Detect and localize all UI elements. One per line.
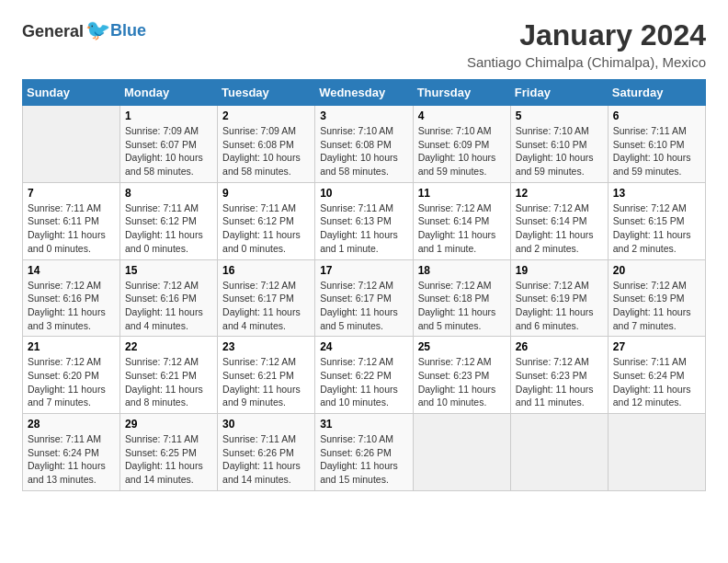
logo-blue-text: Blue — [110, 21, 146, 40]
day-info: Sunrise: 7:12 AM Sunset: 6:19 PM Dayligh… — [516, 279, 603, 333]
day-number: 18 — [418, 264, 506, 277]
calendar-header-row: SundayMondayTuesdayWednesdayThursdayFrid… — [23, 80, 706, 106]
day-number: 28 — [28, 418, 115, 431]
logo: General🐦 Blue — [22, 18, 146, 42]
day-info: Sunrise: 7:10 AM Sunset: 6:10 PM Dayligh… — [516, 124, 603, 178]
day-number: 21 — [28, 340, 115, 353]
day-info: Sunrise: 7:12 AM Sunset: 6:16 PM Dayligh… — [125, 279, 212, 333]
week-row-1: 1Sunrise: 7:09 AM Sunset: 6:07 PM Daylig… — [23, 106, 706, 183]
day-info: Sunrise: 7:11 AM Sunset: 6:24 PM Dayligh… — [28, 432, 115, 487]
day-number: 1 — [125, 109, 212, 122]
day-info: Sunrise: 7:12 AM Sunset: 6:21 PM Dayligh… — [125, 355, 212, 409]
calendar-cell: 21Sunrise: 7:12 AM Sunset: 6:20 PM Dayli… — [23, 337, 120, 414]
calendar-cell: 29Sunrise: 7:11 AM Sunset: 6:25 PM Dayli… — [120, 414, 218, 491]
main-title: January 2024 — [467, 18, 706, 52]
day-number: 27 — [613, 340, 700, 353]
calendar-cell: 9Sunrise: 7:11 AM Sunset: 6:12 PM Daylig… — [218, 182, 315, 259]
day-number: 24 — [320, 340, 407, 353]
week-row-3: 14Sunrise: 7:12 AM Sunset: 6:16 PM Dayli… — [23, 259, 706, 337]
calendar-cell: 7Sunrise: 7:11 AM Sunset: 6:11 PM Daylig… — [23, 182, 120, 259]
day-info: Sunrise: 7:11 AM Sunset: 6:26 PM Dayligh… — [222, 432, 310, 487]
day-number: 23 — [222, 340, 310, 353]
day-header-friday: Friday — [510, 80, 608, 106]
day-number: 20 — [613, 264, 700, 277]
day-info: Sunrise: 7:12 AM Sunset: 6:18 PM Dayligh… — [418, 279, 506, 333]
calendar-cell: 14Sunrise: 7:12 AM Sunset: 6:16 PM Dayli… — [23, 259, 120, 337]
day-info: Sunrise: 7:09 AM Sunset: 6:07 PM Dayligh… — [125, 124, 212, 178]
calendar-cell: 23Sunrise: 7:12 AM Sunset: 6:21 PM Dayli… — [218, 337, 315, 414]
day-info: Sunrise: 7:12 AM Sunset: 6:14 PM Dayligh… — [516, 201, 603, 256]
title-area: January 2024 Santiago Chimalpa (Chimalpa… — [467, 18, 706, 70]
day-info: Sunrise: 7:10 AM Sunset: 6:09 PM Dayligh… — [418, 124, 506, 178]
day-info: Sunrise: 7:12 AM Sunset: 6:14 PM Dayligh… — [418, 201, 506, 256]
day-info: Sunrise: 7:09 AM Sunset: 6:08 PM Dayligh… — [222, 124, 310, 178]
calendar-cell — [413, 414, 510, 491]
day-header-thursday: Thursday — [413, 80, 510, 106]
week-row-5: 28Sunrise: 7:11 AM Sunset: 6:24 PM Dayli… — [23, 414, 706, 491]
calendar-cell: 25Sunrise: 7:12 AM Sunset: 6:23 PM Dayli… — [413, 337, 510, 414]
logo-bird-icon: 🐦 — [85, 18, 110, 41]
calendar-cell: 12Sunrise: 7:12 AM Sunset: 6:14 PM Dayli… — [510, 182, 608, 259]
calendar-cell: 26Sunrise: 7:12 AM Sunset: 6:23 PM Dayli… — [510, 337, 608, 414]
day-number: 10 — [320, 187, 407, 200]
calendar-cell — [608, 414, 705, 491]
calendar-cell: 13Sunrise: 7:12 AM Sunset: 6:15 PM Dayli… — [608, 182, 705, 259]
sub-title: Santiago Chimalpa (Chimalpa), Mexico — [467, 54, 706, 70]
day-number: 9 — [222, 187, 310, 200]
day-header-sunday: Sunday — [23, 80, 120, 106]
day-number: 4 — [418, 109, 506, 122]
day-number: 5 — [516, 109, 603, 122]
day-number: 2 — [222, 109, 310, 122]
calendar-cell: 30Sunrise: 7:11 AM Sunset: 6:26 PM Dayli… — [218, 414, 315, 491]
day-number: 7 — [28, 187, 115, 200]
day-number: 26 — [516, 340, 603, 353]
calendar-cell: 31Sunrise: 7:10 AM Sunset: 6:26 PM Dayli… — [315, 414, 413, 491]
day-header-tuesday: Tuesday — [218, 80, 315, 106]
day-number: 8 — [125, 187, 212, 200]
day-number: 19 — [516, 264, 603, 277]
calendar-cell: 3Sunrise: 7:10 AM Sunset: 6:08 PM Daylig… — [315, 106, 413, 183]
day-info: Sunrise: 7:12 AM Sunset: 6:15 PM Dayligh… — [613, 201, 700, 256]
calendar-cell: 22Sunrise: 7:12 AM Sunset: 6:21 PM Dayli… — [120, 337, 218, 414]
calendar-cell: 10Sunrise: 7:11 AM Sunset: 6:13 PM Dayli… — [315, 182, 413, 259]
day-info: Sunrise: 7:12 AM Sunset: 6:21 PM Dayligh… — [222, 355, 310, 409]
logo-general-text: General — [22, 22, 84, 40]
day-number: 14 — [28, 264, 115, 277]
day-info: Sunrise: 7:12 AM Sunset: 6:16 PM Dayligh… — [28, 279, 115, 333]
calendar-cell: 5Sunrise: 7:10 AM Sunset: 6:10 PM Daylig… — [510, 106, 608, 183]
day-info: Sunrise: 7:11 AM Sunset: 6:24 PM Dayligh… — [613, 355, 700, 409]
day-info: Sunrise: 7:12 AM Sunset: 6:19 PM Dayligh… — [613, 279, 700, 333]
day-info: Sunrise: 7:11 AM Sunset: 6:12 PM Dayligh… — [222, 201, 310, 256]
day-number: 17 — [320, 264, 407, 277]
header: General🐦 Blue January 2024 Santiago Chim… — [22, 18, 706, 70]
day-info: Sunrise: 7:12 AM Sunset: 6:23 PM Dayligh… — [418, 355, 506, 409]
calendar-cell — [23, 106, 120, 183]
day-info: Sunrise: 7:12 AM Sunset: 6:17 PM Dayligh… — [320, 279, 407, 333]
day-header-wednesday: Wednesday — [315, 80, 413, 106]
day-info: Sunrise: 7:11 AM Sunset: 6:11 PM Dayligh… — [28, 201, 115, 256]
day-number: 3 — [320, 109, 407, 122]
calendar-cell: 2Sunrise: 7:09 AM Sunset: 6:08 PM Daylig… — [218, 106, 315, 183]
calendar-cell — [510, 414, 608, 491]
calendar-cell: 6Sunrise: 7:11 AM Sunset: 6:10 PM Daylig… — [608, 106, 705, 183]
day-info: Sunrise: 7:11 AM Sunset: 6:25 PM Dayligh… — [125, 432, 212, 487]
week-row-2: 7Sunrise: 7:11 AM Sunset: 6:11 PM Daylig… — [23, 182, 706, 259]
day-number: 31 — [320, 418, 407, 431]
day-number: 25 — [418, 340, 506, 353]
day-info: Sunrise: 7:12 AM Sunset: 6:17 PM Dayligh… — [222, 279, 310, 333]
calendar-table: SundayMondayTuesdayWednesdayThursdayFrid… — [22, 79, 706, 491]
day-number: 29 — [125, 418, 212, 431]
calendar-cell: 28Sunrise: 7:11 AM Sunset: 6:24 PM Dayli… — [23, 414, 120, 491]
day-number: 30 — [222, 418, 310, 431]
calendar-cell: 24Sunrise: 7:12 AM Sunset: 6:22 PM Dayli… — [315, 337, 413, 414]
day-number: 11 — [418, 187, 506, 200]
calendar-cell: 18Sunrise: 7:12 AM Sunset: 6:18 PM Dayli… — [413, 259, 510, 337]
day-info: Sunrise: 7:11 AM Sunset: 6:13 PM Dayligh… — [320, 201, 407, 256]
day-header-saturday: Saturday — [608, 80, 705, 106]
day-info: Sunrise: 7:10 AM Sunset: 6:26 PM Dayligh… — [320, 432, 407, 487]
day-info: Sunrise: 7:11 AM Sunset: 6:10 PM Dayligh… — [613, 124, 700, 178]
day-number: 12 — [516, 187, 603, 200]
day-info: Sunrise: 7:10 AM Sunset: 6:08 PM Dayligh… — [320, 124, 407, 178]
day-info: Sunrise: 7:11 AM Sunset: 6:12 PM Dayligh… — [125, 201, 212, 256]
calendar-cell: 11Sunrise: 7:12 AM Sunset: 6:14 PM Dayli… — [413, 182, 510, 259]
